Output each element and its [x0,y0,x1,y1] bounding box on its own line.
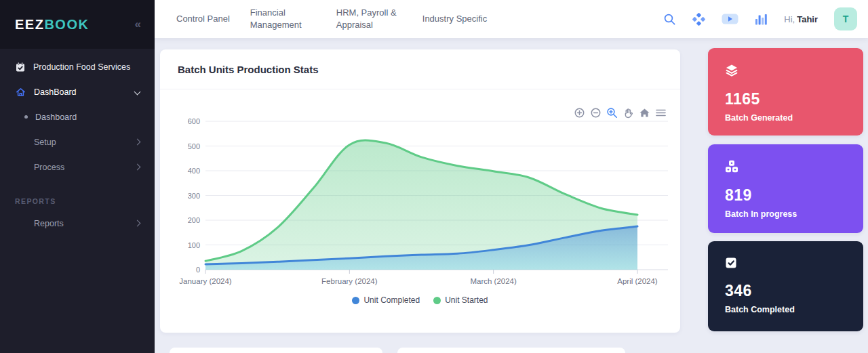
zoom-out-icon[interactable] [590,107,601,119]
chevron-right-icon [134,220,141,227]
chart-body: 0100200300400500600January (2024)Februar… [160,89,680,305]
production-stats-chart[interactable]: 0100200300400500600January (2024)Februar… [160,89,680,293]
logo-text-primary: EEZ [15,17,44,32]
bar-chart-icon[interactable] [755,13,768,25]
user-name: Tahir [797,14,818,24]
chevron-down-icon [134,89,141,96]
home-reset-icon[interactable] [639,107,650,119]
svg-text:400: 400 [188,167,200,175]
sidebar-item-setup[interactable]: Setup [0,129,155,154]
sidebar-item-label: Production Food Services [33,62,130,72]
logo-text-accent: BOOK [44,17,89,32]
apps-icon[interactable] [692,13,705,26]
stat-card-batch-generated: 1165 Batch Generated [708,48,863,136]
sidebar-item-label: Process [34,163,64,172]
stat-value: 1165 [725,90,846,108]
chevron-right-icon [134,139,141,146]
menu-item-industry-specific[interactable]: Industry Specific [422,13,487,25]
legend-label: Unit Started [445,295,488,305]
sidebar-menu: Production Food Services DashBoard Dashb… [0,49,155,236]
legend-item[interactable]: Unit Started [433,295,488,305]
svg-text:600: 600 [188,117,200,125]
chevron-right-icon [134,164,141,171]
legend-dot-icon [352,297,359,304]
sidebar-item-dashboard-sub[interactable]: Dashboard [0,104,155,129]
zoom-icon[interactable] [606,107,618,119]
stat-label: Batch Generated [725,113,846,123]
sidebar-item-process[interactable]: Process [0,154,155,180]
home-icon [15,86,26,98]
calendar-check-icon [15,62,26,72]
legend-dot-icon [433,297,441,304]
stat-value: 819 [725,186,846,205]
check-square-icon [725,257,846,269]
stat-value: 346 [725,282,846,300]
svg-text:February (2024): February (2024) [321,277,378,285]
chart-modebar [574,107,667,119]
menu-item-financial-management[interactable]: Financial Management [250,7,316,31]
svg-text:April (2024): April (2024) [617,277,658,285]
sidebar-item-reports[interactable]: Reports [0,211,155,236]
chart-title: Batch Units Production Stats [178,64,319,75]
pan-icon[interactable] [623,107,634,119]
stat-label: Batch In progress [725,209,846,219]
user-greeting: Hi,Tahir [784,14,818,24]
app-logo[interactable]: EEZBOOK [15,17,89,33]
topbar: Control Panel Financial Management HRM, … [155,0,868,38]
search-icon[interactable] [663,13,676,26]
sidebar-item-label: Reports [34,219,64,228]
svg-text:March (2024): March (2024) [470,277,517,285]
svg-text:0: 0 [196,266,200,274]
card-stub [170,348,382,353]
stat-label: Batch Completed [725,305,846,314]
legend-item[interactable]: Unit Completed [352,295,420,305]
chart-legend: Unit CompletedUnit Started [160,295,680,305]
sidebar-item-label: Setup [34,138,56,147]
card-header: Batch Units Production Stats [160,49,680,89]
menu-item-hrm-payroll-appraisal[interactable]: HRM, Payroll & Appraisal [336,7,402,31]
svg-text:100: 100 [188,241,200,249]
sidebar: EEZBOOK « Production Food Services DashB… [0,0,155,353]
svg-text:500: 500 [188,142,200,150]
sidebar-item-production-food-services[interactable]: Production Food Services [0,54,155,79]
topbar-actions: Hi,Tahir T [663,7,868,30]
video-icon[interactable] [722,13,738,25]
stat-card-batch-completed: 346 Batch Completed [708,241,863,331]
sidebar-logo-row: EEZBOOK « [0,0,155,49]
sidebar-item-label: DashBoard [34,87,77,97]
greeting-prefix: Hi, [784,14,795,24]
legend-label: Unit Completed [363,295,420,305]
cubes-icon [725,160,846,173]
sidebar-item-dashboard-parent[interactable]: DashBoard [0,79,155,104]
sidebar-item-label: Dashboard [35,112,77,122]
sidebar-section-reports: REPORTS [0,180,155,211]
menu-item-control-panel[interactable]: Control Panel [176,13,230,25]
svg-text:200: 200 [188,216,200,224]
svg-text:300: 300 [188,192,200,200]
stat-card-batch-in-progress: 819 Batch In progress [708,144,863,233]
zoom-in-icon[interactable] [574,107,585,119]
menu-icon[interactable] [655,107,667,119]
bullet-icon [24,115,28,119]
avatar[interactable]: T [834,7,857,30]
svg-text:January (2024): January (2024) [179,277,232,285]
card-stub [397,348,625,353]
layers-icon [725,64,846,77]
sidebar-collapse-icon[interactable]: « [135,18,140,31]
topbar-menu: Control Panel Financial Management HRM, … [176,7,487,31]
batch-units-production-stats-card: Batch Units Production Stats 010020 [160,49,680,333]
